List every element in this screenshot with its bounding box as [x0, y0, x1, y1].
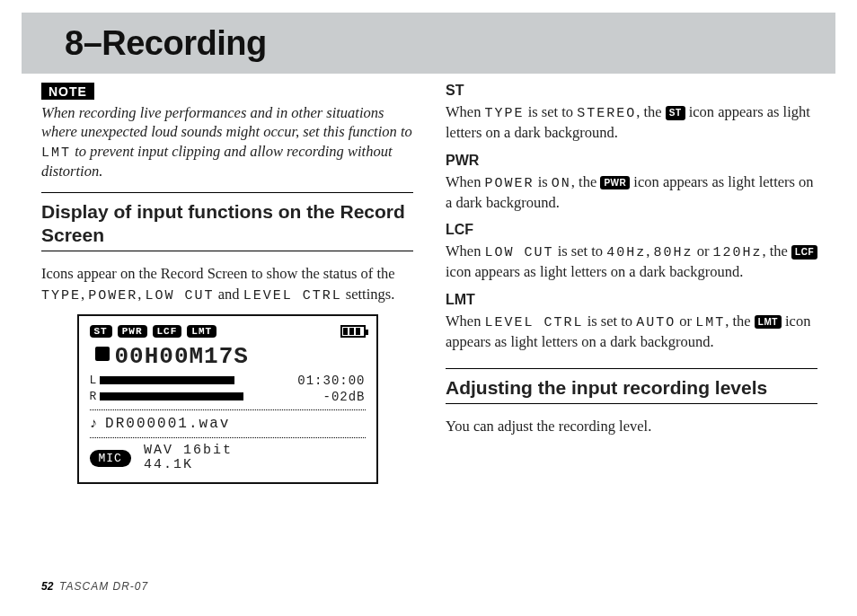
- format-text: WAV 16bit 44.1K: [144, 444, 233, 473]
- remaining-time: 01:30:00: [297, 374, 365, 388]
- st-text: When TYPE is set to STEREO, the ST icon …: [446, 102, 817, 144]
- product-name: TASCAM DR-07: [59, 580, 148, 593]
- pwr-heading: PWR: [446, 153, 817, 169]
- divider: [446, 368, 817, 369]
- st-heading: ST: [446, 83, 817, 99]
- mic-chip: MIC: [90, 450, 131, 467]
- content-columns: NOTE When recording live performances an…: [0, 74, 857, 484]
- page-footer: 52 TASCAM DR-07: [41, 580, 148, 593]
- lcf-heading: LCF: [446, 222, 817, 238]
- meter-l-row: L 01:30:00: [90, 374, 366, 388]
- left-column: NOTE When recording live performances an…: [41, 83, 413, 484]
- section-underline: [41, 251, 413, 251]
- note-text-a: When recording live performances and in …: [41, 104, 412, 140]
- lcd-divider-2: [90, 437, 366, 438]
- meter-r-row: R -02dB: [90, 390, 366, 404]
- chapter-header: 8–Recording: [0, 0, 857, 74]
- lcf-icon: LCF: [791, 245, 817, 260]
- note-text: When recording live performances and in …: [41, 103, 413, 181]
- st-chip: ST: [90, 325, 112, 338]
- page-number: 52: [41, 580, 53, 593]
- filename: DR000001.wav: [105, 416, 230, 432]
- lcd-format-row: MIC WAV 16bit 44.1K: [90, 444, 366, 473]
- divider: [41, 192, 413, 193]
- right-column: ST When TYPE is set to STEREO, the ST ic…: [446, 83, 817, 484]
- lcf-text: When LOW CUT is set to 40Hz, 80Hz or 120…: [446, 242, 817, 283]
- battery-icon: [340, 325, 366, 338]
- db-level: -02dB: [322, 390, 365, 404]
- lcd-status-row: ST PWR LCF LMT: [90, 325, 366, 338]
- note-text-b: to prevent input clipping and allow reco…: [41, 143, 393, 180]
- manual-page: 8–Recording NOTE When recording live per…: [0, 0, 857, 616]
- note-badge: NOTE: [41, 83, 94, 100]
- section-paragraph: Icons appear on the Record Screen to sho…: [41, 264, 413, 305]
- lmt-chip: LMT: [187, 325, 216, 338]
- section-underline: [446, 403, 817, 404]
- section2-paragraph: You can adjust the recording level.: [446, 417, 817, 436]
- meter-r-bar: [100, 392, 243, 400]
- st-icon: ST: [666, 106, 685, 120]
- lcd-divider: [90, 409, 366, 410]
- pwr-text: When POWER is ON, the PWR icon appears a…: [446, 172, 817, 214]
- music-note-icon: ♪: [90, 416, 101, 432]
- elapsed-time: 00H00M17S: [115, 343, 249, 370]
- section-heading: Display of input functions on the Record…: [41, 200, 413, 248]
- record-indicator-icon: [95, 347, 110, 361]
- pwr-chip: PWR: [118, 325, 147, 338]
- chapter-title: 8–Recording: [65, 24, 267, 63]
- meter-l-bar: [100, 376, 234, 384]
- lcd-file-row: ♪ DR000001.wav: [90, 416, 366, 432]
- lmt-heading: LMT: [446, 292, 817, 308]
- note-code: LMT: [41, 145, 71, 161]
- lmt-icon: LMT: [755, 315, 782, 330]
- lcf-chip: LCF: [153, 325, 182, 338]
- lmt-text: When LEVEL CTRL is set to AUTO or LMT, t…: [446, 312, 817, 353]
- pwr-icon: PWR: [600, 176, 630, 190]
- record-screen-illustration: ST PWR LCF LMT 00H00M17S L 01:30:00 R: [77, 314, 378, 484]
- lcd-time-row: 00H00M17S: [90, 343, 366, 370]
- section-heading-2: Adjusting the input recording levels: [446, 376, 817, 400]
